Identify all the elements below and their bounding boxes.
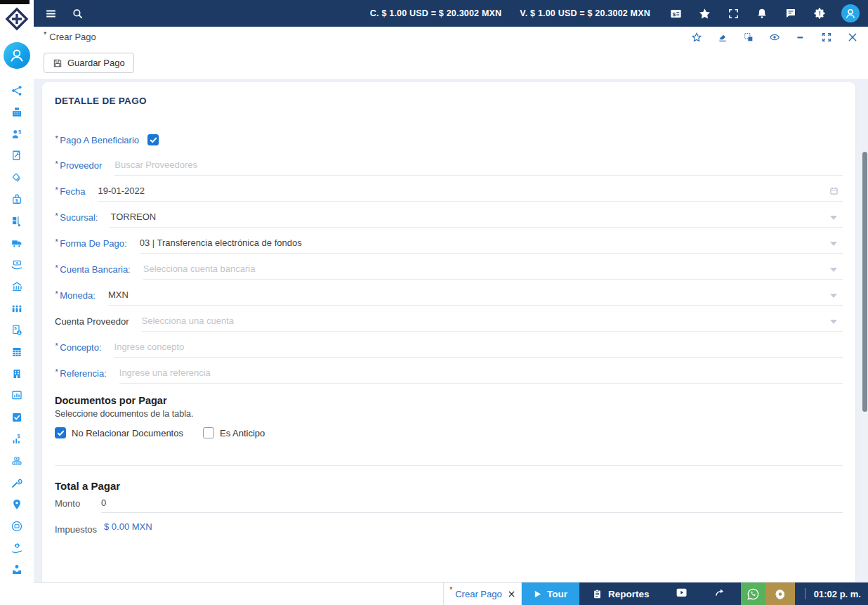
- field-sucursal: *Sucursal: TORREON: [55, 202, 843, 228]
- bottom-taskbar: * Crear Pago Tour Reportes 01:02 p. m.: [34, 582, 868, 605]
- maximize-icon[interactable]: [821, 32, 832, 43]
- user-avatar[interactable]: [4, 42, 30, 69]
- reportes-button[interactable]: Reportes: [592, 589, 650, 599]
- chat-icon[interactable]: [784, 6, 798, 20]
- cuenta-bancaria-select[interactable]: Selecciona cuenta bancaria: [143, 264, 843, 280]
- services-hand-gear-icon[interactable]: [11, 542, 23, 554]
- app-logo-icon[interactable]: [5, 7, 29, 31]
- referencia-input[interactable]: [119, 367, 843, 378]
- purchase-bag-icon[interactable]: $: [11, 193, 23, 206]
- bank-icon[interactable]: [11, 280, 23, 293]
- minimize-icon[interactable]: [795, 32, 806, 43]
- svg-text:$: $: [14, 326, 17, 330]
- section-divider: [55, 465, 843, 466]
- delivery-truck-icon[interactable]: [11, 237, 23, 249]
- field-moneda: *Moneda: MXN: [55, 280, 843, 306]
- close-icon[interactable]: [847, 32, 858, 43]
- user-inbox-icon[interactable]: [11, 564, 23, 576]
- field-proveedor: *Proveedor: [55, 150, 843, 176]
- support-chat-icon[interactable]: [11, 520, 23, 533]
- scrollbar-track[interactable]: [862, 157, 868, 559]
- hamburger-menu-icon[interactable]: [44, 6, 58, 20]
- production-machine-icon[interactable]: [11, 455, 23, 467]
- eraser-icon[interactable]: [717, 32, 728, 43]
- sucursal-select[interactable]: TORREON: [110, 212, 843, 228]
- page-title: * Crear Pago: [44, 32, 96, 42]
- favorite-star-icon[interactable]: [697, 6, 711, 20]
- employees-icon[interactable]: [11, 302, 23, 315]
- cuenta-proveedor-select[interactable]: Selecciona una cuenta: [142, 315, 843, 332]
- floppy-disk-icon: [53, 58, 63, 68]
- proveedor-search-input[interactable]: [114, 160, 843, 170]
- whatsapp-button[interactable]: [741, 583, 765, 605]
- chevron-down-icon: [830, 320, 837, 324]
- finance-stats-icon[interactable]: $: [11, 433, 23, 445]
- star-outline-icon[interactable]: [691, 32, 702, 43]
- field-concepto: *Concepto:: [55, 332, 843, 358]
- tags-icon[interactable]: [11, 171, 23, 184]
- search-icon[interactable]: [70, 6, 84, 20]
- tools-wrench-icon[interactable]: [11, 476, 23, 489]
- tasks-check-icon[interactable]: [11, 411, 23, 424]
- location-pin-icon[interactable]: [11, 498, 23, 511]
- field-cuenta-proveedor: Cuenta Proveedor Selecciona una cuenta: [55, 306, 843, 332]
- scrollbar-thumb[interactable]: [862, 152, 867, 412]
- pago-beneficiario-checkbox[interactable]: [147, 134, 159, 145]
- concepto-input[interactable]: [114, 341, 843, 352]
- svg-text:$: $: [18, 434, 20, 439]
- user-avatar[interactable]: [841, 4, 860, 22]
- company-building-icon[interactable]: [11, 367, 23, 380]
- documents-section-subtitle: Seleccione documentos de la tabla.: [55, 409, 843, 419]
- fullscreen-icon[interactable]: [726, 6, 740, 20]
- payment-money-icon[interactable]: [11, 259, 23, 271]
- calculator-icon[interactable]: [11, 346, 23, 358]
- no-relacionar-checkbox[interactable]: No Relacionar Documentos: [55, 427, 183, 438]
- close-icon[interactable]: [508, 590, 515, 598]
- taskbar-tab-crear-pago[interactable]: * Crear Pago: [443, 583, 522, 605]
- payroll-icon[interactable]: $: [11, 324, 23, 337]
- forma-pago-select[interactable]: 03 | Transferencia electrónica de fondos: [140, 238, 843, 254]
- chevron-down-icon: [830, 242, 837, 246]
- unsaved-asterisk: *: [44, 30, 46, 39]
- field-cuenta-bancaria: *Cuenta Bancaria: Selecciona cuenta banc…: [55, 254, 843, 280]
- chevron-down-icon: [830, 268, 837, 272]
- alert-badge-icon[interactable]: !: [813, 6, 827, 20]
- copy-window-icon[interactable]: [743, 32, 754, 43]
- field-referencia: *Referencia:: [55, 358, 843, 384]
- clipboard-icon: [592, 589, 603, 599]
- handtruck-icon[interactable]: [11, 215, 23, 228]
- es-anticipo-checkbox[interactable]: Es Anticipo: [203, 427, 265, 438]
- moneda-select[interactable]: MXN: [108, 290, 843, 306]
- share-network-icon[interactable]: [11, 84, 23, 97]
- exchange-panel-icon[interactable]: $: [669, 6, 683, 20]
- svg-text:$: $: [18, 129, 21, 135]
- action-toolbar: Guardar Pago: [34, 47, 868, 79]
- save-payment-button[interactable]: Guardar Pago: [44, 53, 134, 73]
- field-impuestos: Impuestos $ 0.00 MXN: [55, 524, 843, 535]
- gear-icon: [774, 587, 787, 600]
- cash-register-icon[interactable]: [11, 106, 23, 119]
- bell-icon[interactable]: [755, 6, 769, 20]
- window-tab-row: * Crear Pago: [34, 27, 868, 47]
- service-document-icon[interactable]: [11, 150, 23, 162]
- eye-icon[interactable]: [769, 32, 780, 43]
- tour-button[interactable]: Tour: [522, 583, 579, 605]
- report-chart-icon[interactable]: [11, 389, 23, 402]
- field-forma-pago: *Forma De Pago: 03 | Transferencia elect…: [55, 228, 843, 254]
- share-arrow-icon[interactable]: [715, 588, 725, 599]
- whatsapp-icon: [747, 587, 760, 601]
- window-notch: [0, 0, 29, 4]
- play-icon: [534, 590, 541, 598]
- video-play-icon[interactable]: [676, 588, 687, 599]
- top-navbar: C. $ 1.00 USD = $ 20.3002 MXN V. $ 1.00 …: [34, 0, 868, 27]
- content-area: DETALLE DE PAGO *Pago A Beneficiario *Pr…: [34, 79, 868, 582]
- total-section-title: Total a Pagar: [55, 480, 843, 492]
- customer-sales-icon[interactable]: $: [11, 128, 23, 141]
- left-sidebar: $ $ $ $: [0, 0, 34, 605]
- fecha-date-input[interactable]: 19-01-2022: [98, 186, 843, 202]
- exchange-rate-compra: C. $ 1.00 USD = $ 20.3002 MXN: [370, 8, 502, 18]
- svg-text:!: !: [819, 10, 821, 17]
- monto-input[interactable]: [101, 497, 843, 508]
- settings-button[interactable]: [765, 583, 795, 605]
- svg-text:$: $: [672, 11, 676, 17]
